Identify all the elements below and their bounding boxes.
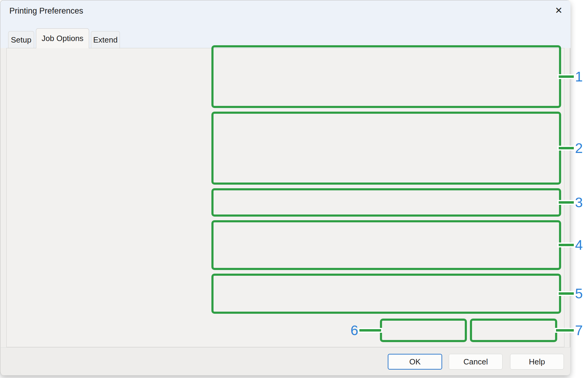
annotation-box-7-default — [470, 319, 557, 342]
ok-button-label: OK — [409, 357, 421, 367]
tab-extend[interactable]: Extend — [91, 31, 120, 48]
annotation-connector-2 — [559, 147, 574, 149]
help-button-label: Help — [529, 357, 545, 367]
annotation-connector-3 — [559, 201, 574, 204]
annotation-box-5-print-mode — [211, 274, 561, 314]
cancel-button[interactable]: Cancel — [449, 354, 503, 370]
annotation-number-5: 5 — [575, 287, 583, 300]
annotation-box-2-scale — [211, 112, 561, 185]
annotation-connector-4 — [559, 244, 574, 246]
annotation-number-7: 7 — [575, 323, 583, 337]
annotation-number-3: 3 — [575, 195, 583, 209]
tab-setup[interactable]: Setup — [8, 31, 34, 48]
annotation-number-2: 2 — [575, 141, 583, 155]
close-icon[interactable]: ✕ — [552, 3, 566, 17]
annotation-box-6-advanced — [380, 319, 467, 342]
tab-job-options[interactable]: Job Options — [36, 28, 89, 48]
tab-job-options-label: Job Options — [42, 34, 84, 43]
cancel-button-label: Cancel — [464, 357, 488, 367]
annotation-box-1-quality — [211, 45, 561, 108]
tab-setup-label: Setup — [11, 35, 31, 45]
window-title: Printing Preferences — [9, 6, 83, 16]
annotation-number-6: 6 — [347, 323, 358, 337]
help-button[interactable]: Help — [510, 354, 564, 370]
ok-button[interactable]: OK — [388, 354, 442, 370]
annotation-connector-5 — [559, 292, 574, 295]
annotation-number-1: 1 — [575, 70, 583, 84]
annotation-box-4-job-type — [211, 220, 561, 270]
tab-extend-label: Extend — [93, 35, 118, 45]
annotation-number-4: 4 — [575, 238, 583, 252]
annotation-connector-7 — [556, 329, 574, 332]
annotation-connector-6 — [359, 329, 381, 332]
annotation-connector-1 — [559, 75, 574, 78]
annotation-box-3-copies — [211, 188, 561, 217]
